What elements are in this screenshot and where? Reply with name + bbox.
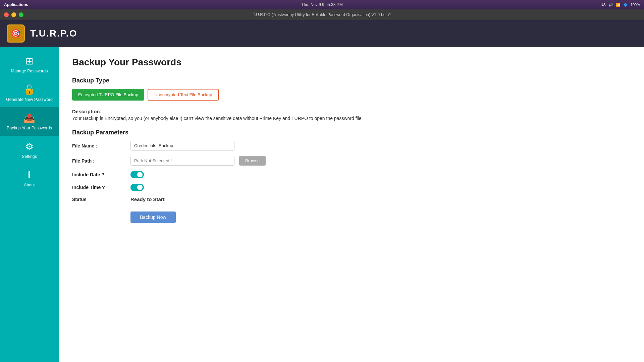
top-bar: Applications Thu, Nov 9 9:55:38 PM US 🔊 …: [0, 0, 644, 9]
btn-encrypted-backup[interactable]: Encrypted TURPO File Backup: [72, 89, 144, 101]
backup-type-row: Encrypted TURPO File Backup Unencrypted …: [72, 89, 631, 101]
content-area: Backup Your Passwords Backup Type Encryp…: [59, 47, 644, 362]
battery-indicator: 100%: [631, 3, 640, 7]
file-path-row: File Path : Browse: [72, 156, 631, 166]
sidebar-label-manage-passwords: Manage Passwords: [11, 69, 48, 73]
backup-passwords-icon: 📤: [23, 113, 35, 124]
maximize-button[interactable]: [19, 12, 23, 17]
include-time-label: Include Time ?: [72, 185, 126, 190]
top-bar-left: Applications: [4, 2, 28, 7]
include-time-row: Include Time ?: [72, 184, 631, 191]
wifi-icon: 📶: [616, 3, 621, 7]
status-row: Status Ready to Start: [72, 196, 631, 202]
sidebar-label-backup-passwords: Backup Your Passwords: [7, 126, 52, 130]
file-name-input[interactable]: [130, 141, 234, 150]
description-block: Description: Your Backup is Encrypted, s…: [72, 109, 631, 121]
sidebar-label-settings: Settings: [22, 154, 37, 159]
status-value: Ready to Start: [130, 196, 165, 202]
sidebar-item-backup-passwords[interactable]: 📤 Backup Your Passwords: [0, 107, 59, 136]
backup-now-button[interactable]: Backup Now: [130, 212, 176, 223]
file-path-label: File Path :: [72, 158, 126, 164]
close-button[interactable]: [4, 12, 9, 17]
sidebar-item-manage-passwords[interactable]: ⊞ Manage Passwords: [0, 50, 59, 79]
main-layout: ⊞ Manage Passwords 🔓 Generate New Passwo…: [0, 47, 644, 362]
backup-type-section-title: Backup Type: [72, 77, 631, 84]
sidebar-label-generate-password: Generate New Password: [6, 97, 53, 102]
applications-menu[interactable]: Applications: [4, 2, 28, 7]
params-section-title: Backup Parameters: [72, 129, 631, 136]
app-logo: 🎯: [7, 24, 25, 43]
generate-password-icon: 🔓: [23, 84, 35, 95]
keyboard-layout-indicator: US: [601, 3, 606, 7]
include-time-slider: [130, 184, 144, 191]
status-label: Status: [72, 197, 126, 202]
include-date-row: Include Date ?: [72, 171, 631, 178]
file-name-row: File Name :: [72, 141, 631, 150]
volume-icon: 🔊: [608, 3, 613, 7]
page-title: Backup Your Passwords: [72, 57, 631, 68]
file-path-input[interactable]: [130, 156, 234, 166]
btn-unencrypted-backup[interactable]: Unencrypted Text File Backup: [148, 89, 219, 101]
file-name-label: File Name :: [72, 143, 126, 148]
browse-button[interactable]: Browse: [239, 156, 266, 166]
sidebar-item-settings[interactable]: ⚙ Settings: [0, 136, 59, 164]
bluetooth-icon: 🔷: [623, 3, 628, 7]
include-date-label: Include Date ?: [72, 172, 126, 177]
description-label: Description:: [72, 109, 631, 114]
title-bar: T.U.R.P.O (Trustworthy Utility for Relia…: [0, 9, 644, 20]
include-time-toggle-wrap: [130, 184, 144, 191]
include-time-toggle[interactable]: [130, 184, 144, 191]
include-date-slider: [130, 171, 144, 178]
logo-icon: 🎯: [11, 29, 21, 38]
manage-passwords-icon: ⊞: [25, 56, 33, 67]
sidebar-item-generate-password[interactable]: 🔓 Generate New Password: [0, 79, 59, 107]
params-section: File Name : File Path : Browse Include D…: [72, 141, 631, 223]
include-date-toggle-wrap: [130, 171, 144, 178]
app-title: T.U.R.P.O: [30, 28, 77, 39]
sidebar-label-about: About: [24, 183, 35, 187]
window-title: T.U.R.P.O (Trustworthy Utility for Relia…: [253, 12, 391, 17]
minimize-button[interactable]: [11, 12, 16, 17]
description-text: Your Backup is Encrypted, so you (or any…: [72, 116, 631, 121]
window-controls: [4, 12, 23, 17]
top-bar-datetime: Thu, Nov 9 9:55:38 PM: [301, 2, 342, 7]
sidebar-item-about[interactable]: ℹ About: [0, 164, 59, 193]
include-date-toggle[interactable]: [130, 171, 144, 178]
sidebar: ⊞ Manage Passwords 🔓 Generate New Passwo…: [0, 47, 59, 362]
top-bar-right: US 🔊 📶 🔷 100%: [601, 3, 640, 7]
settings-icon: ⚙: [25, 141, 34, 152]
about-icon: ℹ: [28, 170, 31, 181]
backup-now-row: Backup Now: [72, 210, 631, 223]
app-header: 🎯 T.U.R.P.O: [0, 20, 644, 47]
